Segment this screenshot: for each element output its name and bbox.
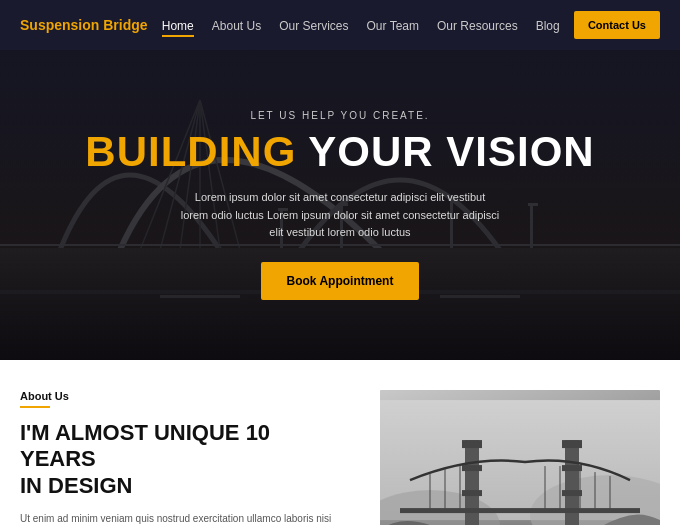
svg-rect-27 bbox=[462, 440, 482, 448]
about-description: Ut enim ad minim veniam quis nostrud exe… bbox=[20, 511, 340, 525]
hero-title-highlight: BUILDING bbox=[85, 128, 296, 175]
hero-section: LET US HELP YOU CREATE. BUILDING YOUR VI… bbox=[0, 50, 680, 360]
about-label: About Us bbox=[20, 390, 340, 402]
nav-item-team[interactable]: Our Team bbox=[367, 16, 419, 34]
nav-item-resources[interactable]: Our Resources bbox=[437, 16, 518, 34]
svg-rect-29 bbox=[462, 490, 482, 496]
nav-link-resources[interactable]: Our Resources bbox=[437, 19, 518, 33]
about-bridge-image bbox=[380, 390, 660, 525]
contact-button[interactable]: Contact Us bbox=[574, 11, 660, 39]
hero-description: Lorem ipsum dolor sit amet consectetur a… bbox=[180, 189, 500, 242]
hero-title-rest: YOUR VISION bbox=[296, 128, 594, 175]
about-heading: I'M ALMOST UNIQUE 10 YEARS IN DESIGN bbox=[20, 420, 340, 499]
nav-link-home[interactable]: Home bbox=[162, 19, 194, 37]
nav-item-services[interactable]: Our Services bbox=[279, 16, 348, 34]
hero-title: BUILDING YOUR VISION bbox=[85, 131, 594, 173]
book-appointment-button[interactable]: Book Appointment bbox=[261, 262, 420, 300]
svg-rect-28 bbox=[462, 465, 482, 471]
about-heading-line1: I'M ALMOST UNIQUE 10 YEARS bbox=[20, 420, 270, 471]
nav-link-team[interactable]: Our Team bbox=[367, 19, 419, 33]
hero-subtitle: LET US HELP YOU CREATE. bbox=[85, 110, 594, 121]
nav-link-blog[interactable]: Blog bbox=[536, 19, 560, 33]
nav-item-about[interactable]: About Us bbox=[212, 16, 261, 34]
nav-link-services[interactable]: Our Services bbox=[279, 19, 348, 33]
about-heading-line2: IN DESIGN bbox=[20, 473, 132, 498]
nav-links: Home About Us Our Services Our Team Our … bbox=[162, 16, 560, 34]
svg-rect-31 bbox=[562, 440, 582, 448]
about-image bbox=[380, 390, 660, 525]
site-logo[interactable]: Suspension Bridge bbox=[20, 17, 148, 33]
svg-rect-32 bbox=[562, 465, 582, 471]
nav-item-blog[interactable]: Blog bbox=[536, 16, 560, 34]
navbar: Suspension Bridge Home About Us Our Serv… bbox=[0, 0, 680, 50]
nav-item-home[interactable]: Home bbox=[162, 16, 194, 34]
svg-rect-33 bbox=[562, 490, 582, 496]
nav-link-about[interactable]: About Us bbox=[212, 19, 261, 33]
hero-content: LET US HELP YOU CREATE. BUILDING YOUR VI… bbox=[25, 110, 654, 300]
about-text-content: About Us I'M ALMOST UNIQUE 10 YEARS IN D… bbox=[20, 390, 350, 525]
about-label-underline bbox=[20, 406, 50, 408]
svg-rect-42 bbox=[400, 508, 640, 513]
about-section: About Us I'M ALMOST UNIQUE 10 YEARS IN D… bbox=[0, 360, 680, 525]
